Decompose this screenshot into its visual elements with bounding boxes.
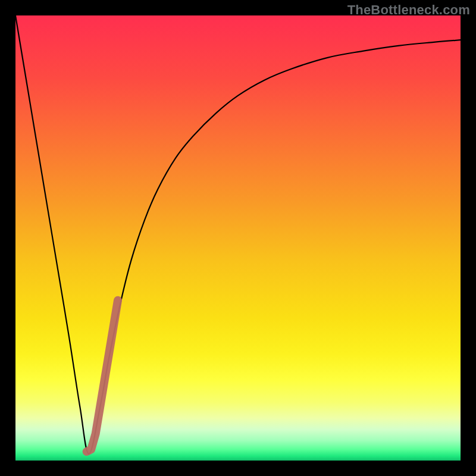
plot-background-gradient	[15, 15, 461, 461]
chart-svg	[0, 0, 476, 476]
chart-stage: TheBottleneck.com	[0, 0, 476, 476]
watermark-text: TheBottleneck.com	[347, 2, 470, 18]
